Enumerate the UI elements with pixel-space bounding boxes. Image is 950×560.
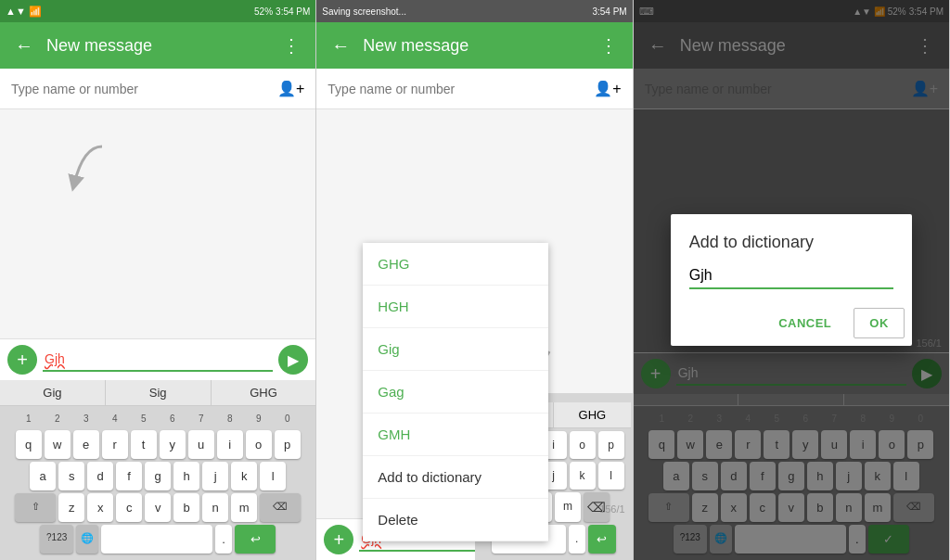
key-p[interactable]: p	[275, 430, 301, 459]
to-input-2[interactable]	[327, 82, 586, 96]
back-button[interactable]: ←	[11, 32, 37, 60]
key-y[interactable]: y	[160, 430, 186, 459]
enter-key[interactable]: ↩	[235, 525, 276, 554]
pk-p[interactable]: p	[598, 431, 624, 459]
dialog-title: Add to dictionary	[671, 214, 912, 263]
ok-button[interactable]: OK	[854, 308, 905, 338]
key-u[interactable]: u	[188, 430, 214, 459]
key-e[interactable]: e	[73, 430, 99, 459]
status-label: Saving screenshot...	[322, 6, 406, 17]
globe-key[interactable]: 🌐	[76, 525, 98, 554]
dialog-overlay: Add to dictionary CANCEL OK	[634, 0, 949, 560]
key-w[interactable]: w	[45, 430, 71, 459]
contact-icon-1[interactable]: 👤+	[277, 80, 304, 97]
key-c[interactable]: c	[116, 493, 142, 522]
key-5[interactable]: 5	[131, 410, 157, 427]
arrow-indicator	[46, 137, 121, 193]
key-0[interactable]: 0	[275, 410, 301, 427]
status-bar-right: 52% 3:54 PM	[254, 6, 310, 17]
app-bar-2: ← New message ⋮	[316, 22, 632, 69]
key-s[interactable]: s	[58, 462, 84, 490]
key-3[interactable]: 3	[73, 410, 99, 427]
space-key[interactable]	[101, 525, 212, 554]
key-q[interactable]: q	[16, 430, 42, 459]
row-qwerty: q w e r t y u i o p	[2, 430, 314, 459]
key-7[interactable]: 7	[188, 410, 214, 427]
backspace-key[interactable]: ⌫	[260, 493, 301, 522]
page-title-2: New message	[363, 36, 585, 56]
key-v[interactable]: v	[145, 493, 171, 522]
key-d[interactable]: d	[87, 462, 113, 490]
app-bar-1: ← New message ⋮	[0, 22, 315, 69]
dropdown-item-delete[interactable]: Delete	[363, 499, 548, 541]
shift-key[interactable]: ⇧	[15, 493, 56, 522]
key-8[interactable]: 8	[217, 410, 243, 427]
key-i[interactable]: i	[217, 430, 243, 459]
key-b[interactable]: b	[173, 493, 199, 522]
status-right-2: 3:54 PM	[592, 6, 626, 17]
key-9[interactable]: 9	[246, 410, 272, 427]
key-h[interactable]: h	[173, 462, 199, 490]
key-f[interactable]: f	[116, 462, 142, 490]
key-4[interactable]: 4	[102, 410, 128, 427]
autocomplete-item-1[interactable]: Gig	[0, 380, 106, 405]
add-button-1[interactable]: +	[7, 345, 37, 375]
message-input-1[interactable]: Gjh	[43, 348, 273, 372]
dropdown-item-add[interactable]: Add to dictionary	[363, 456, 548, 499]
panel-3: ⌨ ▲▼ 📶 52% 3:54 PM ← New message ⋮ 👤+ 15…	[634, 0, 950, 560]
keyboard-1: 1 2 3 4 5 6 7 8 9 0 q w e r t y u i o p …	[0, 406, 315, 560]
panel-2: Saving screenshot... 3:54 PM ← New messa…	[316, 0, 633, 560]
row-zxcv: ⇧ z x c v b n m ⌫	[2, 493, 314, 522]
key-6[interactable]: 6	[160, 410, 186, 427]
message-text-1: Gjh	[45, 351, 65, 366]
period-key[interactable]: .	[215, 525, 232, 554]
contact-icon-2[interactable]: 👤+	[594, 80, 621, 97]
dropdown-item-hgh[interactable]: HGH	[363, 286, 548, 328]
add-button-2[interactable]: +	[324, 525, 353, 554]
key-j[interactable]: j	[202, 462, 228, 490]
pk-period[interactable]: .	[569, 525, 585, 554]
key-1[interactable]: 1	[16, 410, 42, 427]
dialog-actions: CANCEL OK	[671, 297, 912, 346]
status-bar-1: ▲▼ 📶 52% 3:54 PM	[0, 0, 315, 22]
key-a[interactable]: a	[30, 462, 56, 490]
autocomplete-bar-1: Gig Sig GHG	[0, 380, 315, 406]
key-2[interactable]: 2	[45, 410, 71, 427]
to-field-2: 👤+	[316, 69, 632, 109]
cancel-button[interactable]: CANCEL	[764, 308, 846, 338]
key-n[interactable]: n	[202, 493, 228, 522]
panel-1: ▲▼ 📶 52% 3:54 PM ← New message ⋮ 👤+	[0, 0, 316, 560]
dropdown-item-gig[interactable]: Gig	[363, 328, 548, 371]
pk-m[interactable]: m	[555, 492, 581, 522]
pk-o[interactable]: o	[570, 431, 596, 459]
key-o[interactable]: o	[246, 430, 272, 459]
send-button-1[interactable]: ▶	[278, 345, 308, 375]
key-r[interactable]: r	[102, 430, 128, 459]
dropdown-item-gag[interactable]: Gag	[363, 371, 548, 414]
key-t[interactable]: t	[131, 430, 157, 459]
autocomplete-item-2[interactable]: Sig	[106, 380, 212, 405]
pk-k[interactable]: k	[570, 462, 596, 490]
auto-ghg[interactable]: GHG	[554, 402, 631, 427]
key-m[interactable]: m	[231, 493, 257, 522]
key-k[interactable]: k	[231, 462, 257, 490]
dialog-add-dictionary: Add to dictionary CANCEL OK	[671, 214, 912, 346]
pk-l[interactable]: l	[598, 462, 624, 490]
key-x[interactable]: x	[87, 493, 113, 522]
more-button[interactable]: ⋮	[278, 31, 304, 60]
key-z[interactable]: z	[58, 493, 84, 522]
dialog-input[interactable]	[689, 263, 893, 289]
to-input-1[interactable]	[11, 82, 270, 96]
more-button-2[interactable]: ⋮	[596, 31, 622, 60]
autocomplete-item-3[interactable]: GHG	[212, 380, 316, 405]
back-button-2[interactable]: ←	[327, 32, 353, 60]
dropdown-item-gmh[interactable]: GMH	[363, 414, 548, 456]
pk-enter[interactable]: ↩	[588, 525, 616, 554]
sym-key[interactable]: ?123	[40, 525, 73, 554]
input-row-1: + Gjh ▶	[0, 338, 315, 380]
status-bar-icons: ▲▼ 📶	[6, 6, 42, 18]
row-asdf: a s d f g h j k l	[2, 462, 314, 490]
dropdown-item-ghg[interactable]: GHG	[363, 243, 548, 286]
key-g[interactable]: g	[145, 462, 171, 490]
key-l[interactable]: l	[260, 462, 286, 490]
